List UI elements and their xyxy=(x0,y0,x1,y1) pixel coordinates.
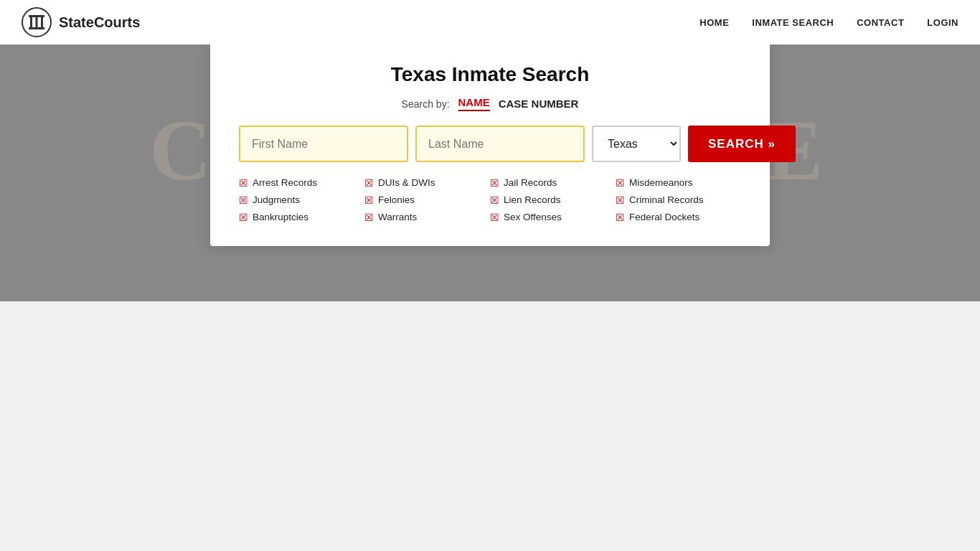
check-icon-federal: ☒ xyxy=(616,209,625,227)
svg-rect-3 xyxy=(30,17,32,27)
search-card: Texas Inmate Search Search by: NAME CASE… xyxy=(210,42,770,246)
logo-area: StateCourts xyxy=(22,7,140,37)
last-name-input[interactable] xyxy=(415,126,585,162)
check-icon-jail: ☒ xyxy=(490,175,499,192)
state-select[interactable]: Texas Alabama Alaska Arizona Arkansas Ca… xyxy=(592,126,681,162)
nav-inmate-search[interactable]: INMATE SEARCH xyxy=(752,17,834,28)
search-by-label: Search by: xyxy=(402,98,450,110)
check-bankruptcies: ☒ Bankruptcies xyxy=(239,209,364,227)
search-fields: Texas Alabama Alaska Arizona Arkansas Ca… xyxy=(239,126,741,162)
check-icon-misdemeanors: ☒ xyxy=(616,175,625,192)
svg-rect-4 xyxy=(36,17,38,27)
check-icon-dui: ☒ xyxy=(364,175,374,192)
check-criminal: ☒ Criminal Records xyxy=(616,192,741,209)
logo-text: StateCourts xyxy=(59,14,140,31)
check-icon-sex: ☒ xyxy=(490,209,499,227)
check-arrest: ☒ Arrest Records xyxy=(239,175,364,192)
tab-name[interactable]: NAME xyxy=(458,96,490,111)
checklist-col-1: ☒ Arrest Records ☒ Judgments ☒ Bankruptc… xyxy=(239,175,364,226)
tab-case-number[interactable]: CASE NUMBER xyxy=(499,98,579,110)
svg-rect-1 xyxy=(29,27,44,29)
check-felonies: ☒ Felonies xyxy=(364,192,490,209)
nav-links: HOME INMATE SEARCH CONTACT LOGIN xyxy=(699,16,958,29)
card-title: Texas Inmate Search xyxy=(239,63,741,86)
check-icon-criminal: ☒ xyxy=(616,192,625,209)
check-dui: ☒ DUIs & DWIs xyxy=(364,175,490,192)
check-icon-lien: ☒ xyxy=(490,192,499,209)
first-name-input[interactable] xyxy=(239,126,408,162)
check-lien: ☒ Lien Records xyxy=(490,192,616,209)
logo-icon xyxy=(22,7,52,37)
checklist: ☒ Arrest Records ☒ Judgments ☒ Bankruptc… xyxy=(239,175,741,226)
search-by-row: Search by: NAME CASE NUMBER xyxy=(239,96,741,111)
nav-login[interactable]: LOGIN xyxy=(927,17,958,28)
check-misdemeanors: ☒ Misdemeanors xyxy=(616,175,741,192)
checklist-col-3: ☒ Jail Records ☒ Lien Records ☒ Sex Offe… xyxy=(490,175,616,226)
hero-section: COURTHOUSE StateCourts HOME INMATE SEARC… xyxy=(0,0,980,301)
check-icon-warrants: ☒ xyxy=(364,209,374,227)
check-warrants: ☒ Warrants xyxy=(364,209,490,227)
svg-rect-5 xyxy=(41,17,43,27)
checklist-col-4: ☒ Misdemeanors ☒ Criminal Records ☒ Fede… xyxy=(616,175,741,226)
top-nav: StateCourts HOME INMATE SEARCH CONTACT L… xyxy=(0,0,980,44)
check-icon-bankruptcies: ☒ xyxy=(239,209,248,227)
check-icon-felonies: ☒ xyxy=(364,192,374,209)
check-icon-arrest: ☒ xyxy=(239,175,248,192)
check-jail: ☒ Jail Records xyxy=(490,175,616,192)
check-federal: ☒ Federal Dockets xyxy=(616,209,741,227)
check-icon-judgments: ☒ xyxy=(239,192,248,209)
search-button[interactable]: SEARCH » xyxy=(688,126,796,162)
nav-contact[interactable]: CONTACT xyxy=(857,17,904,28)
check-judgments: ☒ Judgments xyxy=(239,192,364,209)
checklist-col-2: ☒ DUIs & DWIs ☒ Felonies ☒ Warrants xyxy=(364,175,490,226)
check-sex: ☒ Sex Offenses xyxy=(490,209,616,227)
svg-rect-2 xyxy=(29,15,44,17)
nav-home[interactable]: HOME xyxy=(699,17,729,28)
